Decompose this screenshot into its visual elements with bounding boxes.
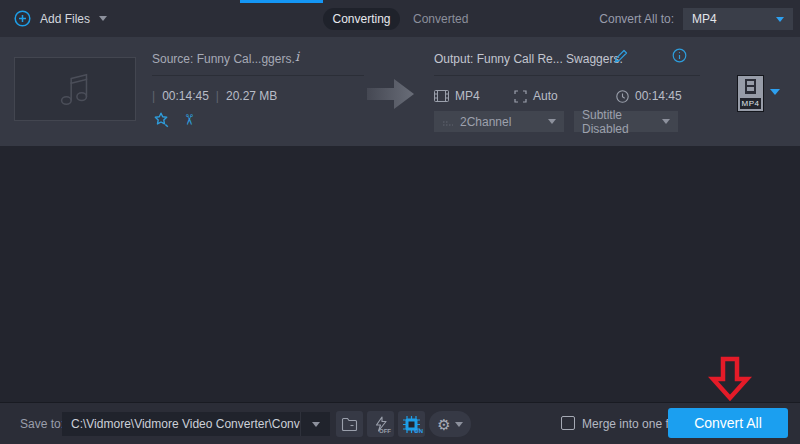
pencil-icon bbox=[613, 48, 629, 64]
edit-effects-button[interactable] bbox=[152, 111, 170, 129]
merge-label[interactable]: Merge into one file bbox=[582, 417, 681, 431]
top-toolbar: Add Files Converting Converted Convert A… bbox=[0, 0, 800, 37]
settings-button[interactable]: ⚙ bbox=[429, 411, 471, 437]
media-file-row: Source: Funny Cal...ggers. i | 00:14:45 … bbox=[0, 37, 800, 146]
subtitle-dropdown[interactable]: Subtitle Disabled bbox=[574, 111, 678, 132]
merge-checkbox[interactable] bbox=[561, 416, 575, 430]
gear-icon: ⚙ bbox=[437, 417, 450, 432]
chevron-down-icon bbox=[99, 16, 107, 21]
output-duration: 00:14:45 bbox=[635, 89, 682, 103]
format-badge: MP4 bbox=[740, 98, 761, 109]
source-title: Source: Funny Cal...ggers. bbox=[152, 52, 295, 66]
separator: | bbox=[216, 89, 219, 103]
tab-converted[interactable]: Converted bbox=[413, 8, 468, 30]
output-title: Output: Funny Call Re... Swaggers. bbox=[434, 52, 623, 66]
audio-channels-icon bbox=[442, 117, 454, 127]
output-info-button[interactable] bbox=[672, 48, 687, 66]
chevron-down-icon bbox=[312, 422, 320, 427]
source-info-icon[interactable]: i bbox=[295, 49, 299, 64]
output-format: MP4 bbox=[455, 89, 480, 103]
chevron-down-icon bbox=[662, 119, 670, 124]
add-files-label: Add Files bbox=[40, 12, 90, 26]
tab-converting-label: Converting bbox=[332, 12, 390, 26]
filmstrip-icon bbox=[745, 79, 756, 94]
media-thumbnail[interactable] bbox=[14, 57, 136, 121]
high-speed-state: OFF bbox=[379, 428, 391, 434]
source-duration: 00:14:45 bbox=[162, 89, 209, 103]
plus-circle-icon bbox=[14, 10, 31, 27]
audio-channel-value: 2Channel bbox=[460, 115, 511, 129]
convert-all-button-label: Convert All bbox=[694, 415, 762, 431]
chevron-down-icon bbox=[770, 89, 780, 95]
mp4-file-icon: MP4 bbox=[737, 75, 764, 112]
convert-all-to-label: Convert All to: bbox=[599, 12, 674, 26]
divider bbox=[434, 75, 700, 76]
format-group: MP4 bbox=[434, 89, 480, 103]
edit-output-name-button[interactable] bbox=[613, 48, 629, 67]
high-speed-toggle-button[interactable]: OFF bbox=[367, 411, 394, 437]
source-meta: | 00:14:45 | 20.27 MB bbox=[152, 89, 364, 103]
open-folder-button[interactable] bbox=[336, 411, 363, 437]
convert-direction-arrow-icon bbox=[367, 78, 415, 110]
chevron-down-icon bbox=[776, 17, 784, 22]
output-format-info: MP4 Auto 00:14:45 bbox=[434, 89, 700, 104]
bottom-toolbar: Save to: C:\Vidmore\Vidmore Video Conver… bbox=[0, 402, 800, 444]
output-format-chooser[interactable]: MP4 bbox=[737, 75, 780, 112]
source-section: Source: Funny Cal...ggers. i | 00:14:45 … bbox=[152, 51, 364, 129]
chevron-down-icon bbox=[455, 422, 463, 427]
file-list-empty-area bbox=[0, 146, 800, 402]
audio-channel-dropdown[interactable]: 2Channel bbox=[434, 111, 564, 132]
duration-group: 00:14:45 bbox=[616, 89, 682, 103]
chevron-down-icon bbox=[548, 119, 556, 124]
divider bbox=[152, 75, 364, 76]
add-files-button[interactable]: Add Files bbox=[14, 6, 107, 31]
scissors-icon: ✂ bbox=[180, 114, 198, 127]
music-note-icon bbox=[53, 67, 97, 111]
convert-all-to-value: MP4 bbox=[692, 12, 717, 26]
resolution-group: Auto bbox=[514, 89, 558, 103]
save-path-dropdown-button[interactable] bbox=[300, 412, 330, 436]
convert-all-to-dropdown[interactable]: MP4 bbox=[683, 8, 793, 30]
annotation-down-arrow-icon bbox=[708, 356, 752, 402]
separator: | bbox=[152, 89, 155, 103]
cut-button[interactable]: ✂ bbox=[183, 111, 196, 129]
tab-converting[interactable]: Converting bbox=[323, 8, 400, 30]
convert-all-to-group: Convert All to: MP4 bbox=[599, 8, 793, 30]
output-resolution: Auto bbox=[533, 89, 558, 103]
subtitle-value: Subtitle Disabled bbox=[582, 108, 662, 136]
clock-icon bbox=[616, 90, 629, 103]
output-section: Output: Funny Call Re... Swaggers. bbox=[434, 51, 700, 132]
convert-all-button[interactable]: Convert All bbox=[668, 408, 788, 438]
hardware-acceleration-state: ON bbox=[414, 428, 423, 434]
film-icon bbox=[434, 90, 449, 102]
hardware-acceleration-toggle-button[interactable]: ON bbox=[398, 411, 425, 437]
tab-converted-label: Converted bbox=[413, 12, 468, 26]
save-path-input[interactable]: C:\Vidmore\Vidmore Video Converter\Conve… bbox=[62, 412, 300, 436]
folder-icon bbox=[341, 417, 358, 431]
save-to-label: Save to: bbox=[20, 417, 64, 431]
source-size: 20.27 MB bbox=[226, 89, 277, 103]
resize-icon bbox=[514, 90, 527, 103]
active-tab-indicator bbox=[240, 0, 323, 3]
vidmore-converter-window: Add Files Converting Converted Convert A… bbox=[0, 0, 800, 444]
info-circle-icon bbox=[672, 48, 687, 63]
magic-star-icon bbox=[152, 111, 170, 129]
